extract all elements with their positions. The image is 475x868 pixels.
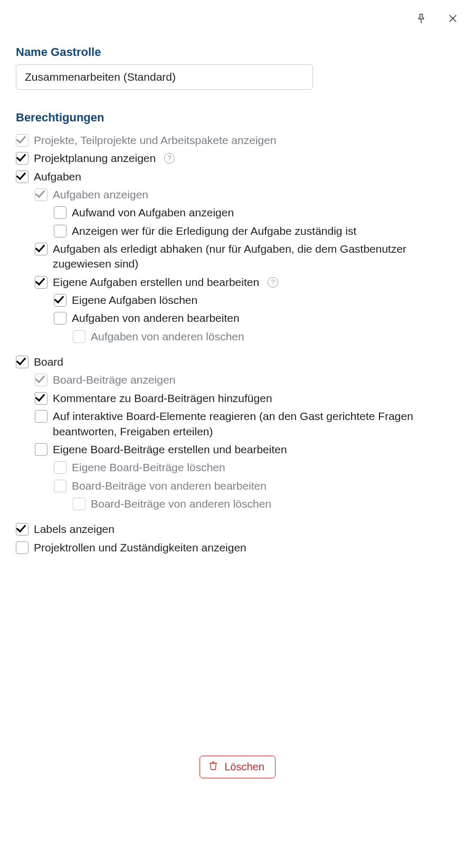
label-view-task-effort: Aufwand von Aufgaben anzeigen — [72, 205, 234, 220]
help-icon[interactable]: ? — [268, 277, 278, 288]
label-edit-others-tasks: Aufgaben von anderen bearbeiten — [72, 311, 240, 326]
label-react-board-elements: Auf interaktive Board-Elemente reagieren… — [53, 409, 459, 439]
checkbox-delete-others-tasks — [73, 330, 86, 343]
label-delete-others-tasks: Aufgaben von anderen löschen — [91, 329, 244, 344]
close-icon[interactable] — [446, 12, 459, 25]
guest-role-editor-panel: Name Gastrolle Berechtigungen Projekte, … — [0, 0, 475, 868]
label-create-edit-own-board: Eigene Board-Beiträge erstellen und bear… — [53, 442, 287, 457]
help-icon[interactable]: ? — [164, 153, 175, 164]
label-view-project-planning: Projektplanung anzeigen — [34, 151, 156, 166]
checkbox-create-edit-own-tasks[interactable] — [35, 276, 48, 289]
label-delete-own-board: Eigene Board-Beiträge löschen — [72, 460, 225, 475]
checkbox-board[interactable] — [16, 356, 28, 368]
checkbox-view-task-effort[interactable] — [54, 206, 66, 219]
permissions-tree: Projekte, Teilprojekte und Arbeitspakete… — [16, 130, 459, 558]
label-view-tasks: Aufgaben anzeigen — [53, 187, 148, 202]
checkbox-edit-others-board — [54, 480, 66, 492]
delete-button-label: Löschen — [224, 761, 264, 773]
label-board: Board — [34, 355, 63, 369]
checkbox-edit-others-tasks[interactable] — [54, 312, 66, 325]
label-delete-others-board: Board-Beiträge von anderen löschen — [91, 497, 271, 511]
checkbox-create-edit-own-board[interactable] — [35, 443, 48, 456]
label-add-board-comments: Kommentare zu Board-Beiträgen hinzufügen — [53, 391, 272, 406]
footer: Löschen — [16, 756, 459, 868]
label-delete-own-tasks: Eigene Aufgaben löschen — [72, 293, 197, 308]
titlebar — [16, 0, 459, 30]
checkbox-react-board-elements[interactable] — [35, 410, 48, 423]
delete-button[interactable]: Löschen — [200, 756, 276, 778]
permissions-section-label: Berechtigungen — [16, 111, 459, 125]
checkbox-view-project-planning[interactable] — [16, 152, 28, 165]
checkbox-view-project-roles[interactable] — [16, 541, 28, 554]
label-view-board-posts: Board-Beiträge anzeigen — [53, 373, 175, 387]
label-view-labels: Labels anzeigen — [34, 522, 115, 537]
checkbox-delete-own-tasks[interactable] — [54, 294, 66, 307]
checkbox-complete-assigned-tasks[interactable] — [35, 243, 48, 255]
label-view-project-roles: Projektrollen und Zuständigkeiten anzeig… — [34, 540, 246, 555]
label-view-task-assignee: Anzeigen wer für die Erledigung der Aufg… — [72, 224, 356, 239]
label-tasks: Aufgaben — [34, 169, 81, 184]
pin-icon[interactable] — [415, 12, 428, 25]
checkbox-add-board-comments[interactable] — [35, 392, 48, 405]
label-view-projects: Projekte, Teilprojekte und Arbeitspakete… — [34, 133, 277, 148]
checkbox-delete-own-board — [54, 461, 66, 474]
checkbox-view-task-assignee[interactable] — [54, 225, 66, 237]
trash-icon — [208, 760, 218, 774]
checkbox-delete-others-board — [73, 498, 86, 510]
checkbox-view-labels[interactable] — [16, 523, 28, 536]
label-edit-others-board: Board-Beiträge von anderen bearbeiten — [72, 479, 267, 493]
checkbox-view-tasks — [35, 188, 48, 201]
checkbox-tasks[interactable] — [16, 170, 28, 183]
guest-role-name-input[interactable] — [16, 64, 313, 90]
checkbox-view-board-posts — [35, 374, 48, 386]
checkbox-view-projects — [16, 134, 28, 147]
label-create-edit-own-tasks: Eigene Aufgaben erstellen und bearbeiten — [53, 275, 259, 290]
label-complete-assigned-tasks: Aufgaben als erledigt abhaken (nur für A… — [53, 242, 459, 272]
name-section-label: Name Gastrolle — [16, 45, 459, 59]
